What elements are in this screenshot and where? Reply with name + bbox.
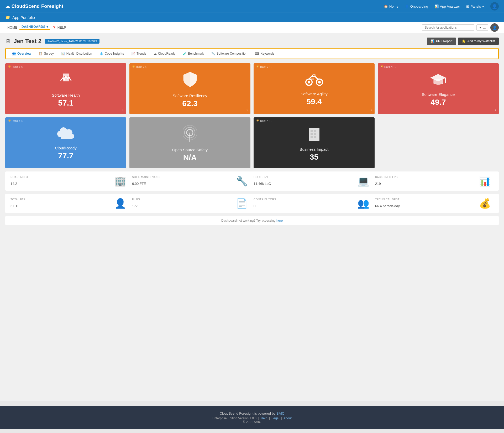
help-icon: ❓ [52, 26, 56, 29]
metric-value: 62.3 [182, 99, 197, 108]
debt-bg-icon: 💰 [479, 198, 491, 209]
ppt-report-button[interactable]: 📊 PPT Report [427, 38, 456, 45]
breadcrumb-home[interactable]: HOME [5, 26, 19, 29]
top-nav-links: 🏠 Home 👤 Onboarding 📊 App Analyzer ⊞ Pan… [384, 2, 499, 11]
stat-soft-maint-value: 6.00 FTE [132, 180, 250, 186]
tab-health-distribution[interactable]: 📊 Health Distribution [58, 50, 95, 57]
tab-code-insights[interactable]: 💧 Code Insights [96, 50, 127, 57]
tabs-container: 👥 Overview 📋 Survey 📊 Health Distributio… [5, 48, 499, 59]
fte-bg-icon: 👤 [114, 198, 126, 209]
metric-title: Software Elegance [422, 92, 455, 97]
health-dist-icon: 📊 [61, 52, 65, 55]
portfolio-icon: 📁 [5, 15, 10, 20]
dashboard-footer-link[interactable]: here [276, 219, 283, 222]
trophy-icon: 🏆 [256, 119, 259, 122]
project-name: Jen Test 2 [14, 38, 41, 45]
metric-card-software-elegance[interactable]: 🏆 Rank 4 ↑↓ Software Elegance 49.7 ℹ [378, 63, 499, 114]
breadcrumb-dashboards[interactable]: DASHBOARDS ▾ [19, 25, 50, 30]
chevron-down-icon: ▾ [46, 25, 48, 29]
user-avatar[interactable]: 👤 [490, 2, 499, 11]
cloudready-icon: ☁ [154, 52, 157, 55]
project-tag[interactable]: JenTest2_Scan_TAG-21.01.27.163349 [45, 39, 99, 44]
dashboard-footer: Dashboard not working? Try accessing her… [5, 216, 499, 225]
tab-software-composition[interactable]: 🔧 Software Composition [208, 50, 250, 57]
nav-onboarding[interactable]: 👤 Onboarding [405, 4, 428, 8]
keywords-icon: ⌨ [255, 52, 259, 55]
nav-panels[interactable]: ⊞ Panels ▾ [466, 4, 484, 8]
svg-rect-16 [311, 133, 313, 135]
metric-card-business-impact[interactable]: 🏆 Rank 4 ↑↓ Business Impact 35 [254, 117, 375, 168]
metric-value: 77.7 [58, 151, 73, 160]
breadcrumb-right: ▼ … 👤 [422, 23, 499, 32]
rank-arrows: ↑↓ [21, 120, 23, 122]
footer-copyright: © 2021 SAIC [5, 420, 499, 424]
trophy-icon: 🏆 [132, 65, 135, 68]
footer-about-link[interactable]: About [284, 416, 292, 420]
metric-value: 59.4 [306, 97, 322, 106]
svg-rect-17 [314, 133, 316, 135]
stat-code-size-value: 11.46k LoC [254, 180, 372, 186]
stat-roar-index: ROAR INDEX 14.2 🏢 [10, 176, 129, 186]
footer-help-link[interactable]: Help [261, 416, 267, 420]
stat-contributors: CONTRIBUTORS 0 👥 [254, 198, 372, 209]
metric-card-software-agility[interactable]: 🏆 Rank 7 ↑↓ Software Agility 59.4 ℹ [254, 63, 375, 114]
app-analyzer-icon: 📊 [434, 4, 439, 8]
footer-edition: Enterprise Edition Version 1.0.0 | Help … [5, 416, 499, 420]
stat-roar-value: 14.2 [10, 180, 129, 186]
trophy-icon: 🏆 [8, 65, 11, 68]
maint-bg-icon: 🔧 [236, 176, 248, 187]
onboarding-icon: 👤 [405, 4, 409, 8]
svg-rect-0 [63, 74, 69, 81]
tab-keywords[interactable]: ⌨ Keywords [251, 50, 277, 57]
rank-arrows: ↑↓ [145, 66, 148, 68]
tab-overview[interactable]: 👥 Overview [9, 50, 34, 57]
tab-survey[interactable]: 📋 Survey [35, 50, 57, 57]
project-actions: 📊 PPT Report ⭐ Add to my Watchlist [427, 38, 499, 45]
metric-card-open-source-safety[interactable]: Open Source Safety N/A [129, 117, 250, 168]
overview-icon: 👥 [12, 52, 16, 55]
antenna-icon [183, 125, 197, 145]
contributors-bg-icon: 👥 [358, 198, 369, 209]
svg-point-5 [318, 81, 321, 84]
stat-files: FILES 177 📄 [132, 198, 250, 209]
project-title-row: 🖥 Jen Test 2 JenTest2_Scan_TAG-21.01.27.… [5, 38, 499, 45]
project-title-left: 🖥 Jen Test 2 JenTest2_Scan_TAG-21.01.27.… [5, 38, 99, 45]
search-input[interactable] [422, 24, 474, 31]
metric-cards-bottom: 🏆 Rank 3 ↑↓ CloudReady 77.7 [5, 117, 499, 168]
rank-label: 🏆 Rank 2 ↑↓ [132, 65, 148, 68]
metric-card-software-resiliency[interactable]: 🏆 Rank 2 ↑↓ Software Resiliency 62.3 ℹ [129, 63, 250, 114]
user-avatar-small[interactable]: 👤 [490, 23, 499, 32]
stat-technical-debt: TECHNICAL DEBT 66.4 person-day 💰 [375, 198, 494, 209]
svg-point-4 [308, 81, 310, 84]
tab-benchmark[interactable]: 🧪 Benchmark [180, 50, 207, 57]
info-icon: ℹ [246, 108, 248, 112]
breadcrumb-help[interactable]: ❓ HELP [50, 26, 68, 29]
tab-cloudready[interactable]: ☁ CloudReady [150, 50, 178, 57]
survey-icon: 📋 [39, 52, 43, 55]
page-footer: CloudScend Foresight is powered by SAIC … [0, 406, 504, 429]
metric-title: Software Agility [301, 92, 328, 96]
code-bg-icon: 💻 [358, 176, 369, 187]
nav-app-analyzer[interactable]: 📊 App Analyzer [434, 4, 460, 8]
brand-icon: ☁ [5, 4, 10, 9]
nav-home[interactable]: 🏠 Home [384, 4, 398, 8]
metric-card-software-health[interactable]: 🏆 Rank 2 ↑↓ Software Health 57.1 ℹ [5, 63, 126, 114]
footer-legal-link[interactable]: Legal [272, 416, 279, 420]
ppt-icon: 📊 [430, 39, 434, 43]
benchmark-icon: 🧪 [183, 52, 187, 55]
stat-total-fte: TOTAL FTE 6 FTE 👤 [10, 198, 129, 209]
add-watchlist-button[interactable]: ⭐ Add to my Watchlist [458, 38, 499, 45]
rank-label: 🏆 Rank 2 ↑↓ [8, 65, 23, 68]
metric-card-cloudready[interactable]: 🏆 Rank 3 ↑↓ CloudReady 77.7 [5, 117, 126, 168]
building-icon [306, 126, 322, 144]
trophy-icon: 🏆 [256, 65, 259, 68]
main-content: 🖥 Jen Test 2 JenTest2_Scan_TAG-21.01.27.… [0, 33, 504, 401]
panels-icon: ⊞ [466, 4, 469, 8]
metric-cards-top: 🏆 Rank 2 ↑↓ Software Health 57.1 ℹ 🏆 Ran… [5, 63, 499, 114]
metric-value: 35 [310, 153, 318, 161]
filter-button[interactable]: ▼ … [476, 24, 488, 31]
saic-link[interactable]: SAIC [276, 411, 284, 415]
graduation-icon [430, 72, 447, 90]
metric-value: 49.7 [430, 98, 446, 107]
tab-trends[interactable]: 📈 Trends [128, 50, 149, 57]
